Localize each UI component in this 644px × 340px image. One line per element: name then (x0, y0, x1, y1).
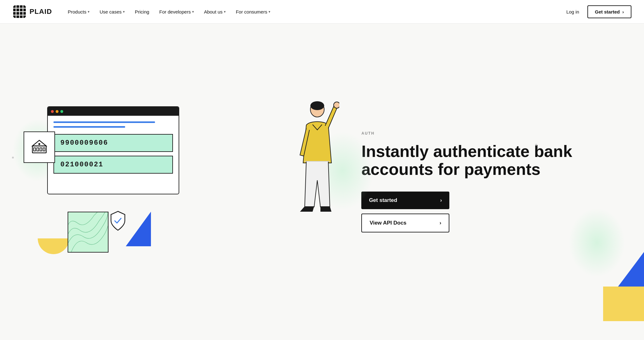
svg-rect-8 (34, 148, 36, 151)
nav-products[interactable]: Products ▾ (64, 7, 94, 17)
right-yellow-rect (603, 287, 644, 321)
hero-headline: Instantly authenticate bank accounts for… (361, 142, 619, 178)
arrow-right-icon: › (440, 197, 442, 203)
ui-line-2 (53, 126, 125, 128)
hero-illustration: 9900009606 021000021 (19, 100, 349, 264)
shield-icon-deco (108, 210, 127, 232)
ui-line-1 (53, 121, 155, 123)
browser-dot-green (60, 110, 63, 113)
account-number-2: 021000021 (53, 156, 173, 174)
topo-lines-svg (68, 212, 108, 252)
login-button[interactable]: Log in (562, 7, 584, 17)
nav-about-us[interactable]: About us ▾ (200, 7, 230, 17)
yellow-arc-deco (38, 223, 69, 254)
nav-for-consumers[interactable]: For consumers ▾ (231, 7, 275, 17)
svg-rect-7 (32, 146, 46, 153)
arrow-right-icon: › (440, 220, 441, 226)
bank-icon (31, 139, 47, 155)
navigation: PLAID Products ▾ Use cases ▾ Pricing For… (0, 0, 644, 24)
chevron-down-icon: ▾ (192, 10, 194, 14)
shield-svg (108, 210, 127, 232)
nav-get-started-button[interactable]: Get started › (587, 5, 631, 18)
nav-links: Products ▾ Use cases ▾ Pricing For devel… (64, 7, 562, 17)
logo-text: PLAID (30, 8, 52, 16)
chevron-down-icon: ▾ (123, 10, 125, 14)
svg-rect-9 (37, 148, 39, 151)
browser-content: 9900009606 021000021 (48, 116, 179, 183)
green-square-deco (68, 212, 108, 253)
hero-eyebrow: AUTH (361, 131, 619, 136)
person-illustration (289, 100, 339, 245)
browser-mockup: 9900009606 021000021 (47, 106, 179, 194)
browser-dot-red (51, 110, 54, 113)
small-dot-1 (12, 157, 14, 159)
svg-point-17 (334, 102, 339, 108)
chevron-down-icon: ▾ (88, 10, 90, 14)
svg-point-14 (38, 143, 40, 145)
nav-right: Log in Get started › (562, 5, 631, 18)
browser-bar (48, 107, 179, 116)
chevron-down-icon: ▾ (224, 10, 226, 14)
nav-use-cases[interactable]: Use cases ▾ (95, 7, 129, 17)
svg-rect-11 (43, 148, 45, 151)
hero-get-started-button[interactable]: Get started › (361, 192, 449, 209)
nav-for-developers[interactable]: For developers ▾ (155, 7, 198, 17)
bank-icon-card (24, 131, 55, 163)
hero-section: 9900009606 021000021 (0, 24, 644, 340)
account-number-1: 9900009606 (53, 134, 173, 152)
chevron-down-icon: ▾ (269, 10, 270, 14)
blue-triangle-deco (126, 212, 151, 246)
plaid-logo-icon (13, 5, 26, 19)
browser-dot-yellow (56, 110, 58, 113)
logo-link[interactable]: PLAID (13, 5, 52, 19)
svg-point-16 (310, 101, 324, 110)
nav-pricing[interactable]: Pricing (130, 7, 154, 17)
hero-api-docs-button[interactable]: View API Docs › (361, 214, 449, 232)
arrow-right-icon: › (622, 9, 624, 14)
svg-rect-10 (40, 148, 42, 151)
